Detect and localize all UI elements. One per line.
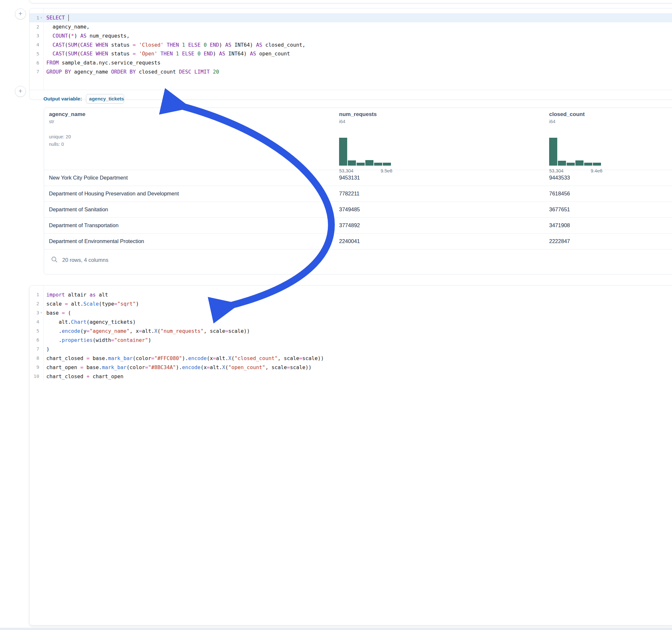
line-number: 9 [29,365,39,370]
table-cell: 7782211 [339,191,360,197]
code-line-10[interactable]: 10chart_closed + chart_open [29,372,672,381]
line-number: 2 [29,24,39,29]
code-line-6[interactable]: 6 .properties(width="container") [29,335,672,344]
code-line-2[interactable]: 2scale = alt.Scale(type="sqrt") [29,299,672,308]
dataframe-preview: agency_namestrunique: 20nulls: 0num_requ… [44,107,672,274]
code-line-7[interactable]: 7GROUP BY agency_name ORDER BY closed_co… [29,67,672,76]
table-header: agency_namestrunique: 20nulls: 0num_requ… [44,108,672,170]
code-line-6[interactable]: 6FROM sample_data.nyc.service_requests [29,58,672,67]
next-cell-edge [0,628,672,630]
table-cell: Department of Transportation [49,222,119,228]
collapse-chevron-icon[interactable]: ˅ [39,311,44,314]
notebook-canvas: { "colors": { "closed_bar": "#F5C085", "… [0,0,672,630]
code-line-5[interactable]: 5 CAST(SUM(CASE WHEN status = 'Open' THE… [29,49,672,58]
table-cell: 7618456 [549,191,570,197]
table-row-count: 20 rows, 4 columns [62,257,108,263]
column-name: num_requests [339,111,377,118]
table-row: Department of Sanitation37494853677651 [44,201,672,218]
line-number: 7 [29,69,39,74]
column-type: i64 [339,119,377,124]
table-row: Department of Environmental Protection22… [44,233,672,249]
code-line-8[interactable]: 8chart_closed = base.mark_bar(color="#FF… [29,354,672,363]
column-stats: unique: 20nulls: 0 [49,133,85,148]
output-variable-pill[interactable]: agency_tickets [86,94,124,104]
search-icon[interactable] [51,256,58,263]
line-number: 5 [29,328,39,334]
table-cell: 2222847 [549,238,570,244]
table-cell: 3749485 [339,207,360,213]
column-header-num_requests[interactable]: num_requestsi6453,3049.5e6 [339,111,377,124]
line-number: 6 [29,337,39,343]
table-cell: Department of Environmental Protection [49,238,144,244]
line-number: 4 [29,319,39,324]
line-number: 5 [29,51,39,56]
column-type: str [49,119,85,124]
line-number: 6 [29,60,39,66]
sql-code-editor[interactable]: 1˅SELECT 2 agency_name,3 COUNT(*) AS num… [29,13,672,78]
code-line-1[interactable]: 1˅SELECT [29,13,672,22]
table-cell: 9443533 [549,175,570,181]
line-number: 7 [29,346,39,352]
output-variable-row: Output variable: agency_tickets [44,90,124,107]
line-number: 3 [29,33,39,38]
column-histogram [549,138,601,166]
table-cell: 3774892 [339,222,360,228]
table-cell: 9453131 [339,175,360,181]
table-cell: 3677651 [549,207,570,213]
table-row: New York City Police Department945313194… [44,170,672,186]
column-header-agency_name[interactable]: agency_namestrunique: 20nulls: 0 [49,111,85,148]
column-header-closed_count[interactable]: closed_counti6453,3049.4e6 [549,111,585,124]
code-line-3[interactable]: 3˅base = ( [29,308,672,317]
line-number: 1 [29,15,39,20]
column-name: closed_count [549,111,585,118]
output-variable-label: Output variable: [44,96,82,102]
sql-cell: 1˅SELECT 2 agency_name,3 COUNT(*) AS num… [29,8,672,100]
code-line-9[interactable]: 9chart_open = base.mark_bar(color="#8BC3… [29,363,672,372]
code-line-4[interactable]: 4 CAST(SUM(CASE WHEN status = 'Closed' T… [29,40,672,49]
add-cell-button-top[interactable]: + [15,8,26,20]
column-histogram [339,138,391,166]
text-cursor [68,15,69,21]
table-row: Department of Housing Preservation and D… [44,186,672,202]
code-line-1[interactable]: 1import altair as alt [29,290,672,299]
table-cell: 3471908 [549,222,570,228]
collapse-chevron-icon[interactable]: ˅ [39,16,44,20]
code-line-7[interactable]: 7) [29,344,672,354]
table-cell: New York City Police Department [49,175,128,181]
previous-cell-edge [29,0,672,3]
line-number: 3 [29,310,39,315]
python-cell: 1import altair as alt2scale = alt.Scale(… [29,285,672,626]
line-number: 10 [29,374,39,379]
line-number: 2 [29,301,39,306]
line-number: 8 [29,356,39,361]
column-name: agency_name [49,111,85,118]
add-cell-button-output[interactable]: + [15,86,26,97]
table-cell: Department of Sanitation [49,207,108,213]
line-number: 1 [29,292,39,297]
code-line-3[interactable]: 3 COUNT(*) AS num_requests, [29,31,672,40]
cell-divider [29,90,672,90]
table-row: Department of Transportation377489234719… [44,217,672,234]
code-line-4[interactable]: 4 alt.Chart(agency_tickets) [29,317,672,326]
code-line-2[interactable]: 2 agency_name, [29,22,672,31]
table-cell: 2240041 [339,238,360,244]
line-number: 4 [29,42,39,47]
python-code-editor[interactable]: 1import altair as alt2scale = alt.Scale(… [29,290,672,382]
table-cell: Department of Housing Preservation and D… [49,191,179,197]
column-type: i64 [549,119,585,124]
table-footer: 20 rows, 4 columns [44,249,672,274]
code-line-5[interactable]: 5 .encode(y="agency_name", x=alt.X("num_… [29,326,672,335]
